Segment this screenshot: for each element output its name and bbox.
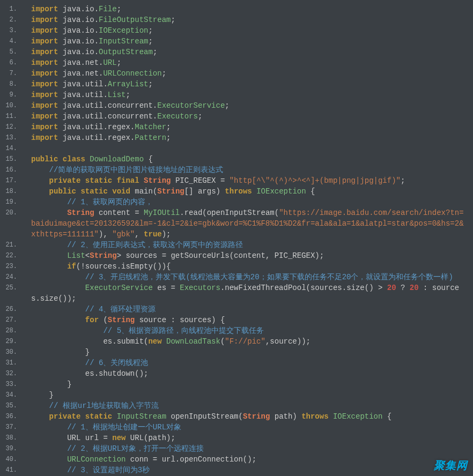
line-number: 31. bbox=[0, 358, 21, 368]
line-number: 3. bbox=[0, 25, 21, 36]
token-kw: void bbox=[112, 187, 130, 196]
line-number: 20. bbox=[0, 207, 21, 240]
code-line: } bbox=[31, 390, 467, 400]
token-pun: ; bbox=[148, 80, 152, 88]
token-kw: import bbox=[31, 112, 58, 121]
line-number: 24. bbox=[0, 272, 21, 282]
token-pln: openInputStream( bbox=[166, 412, 243, 421]
token-pln: ( bbox=[99, 316, 108, 324]
line-number: 21. bbox=[0, 240, 21, 250]
token-kw: public bbox=[49, 187, 76, 196]
token-pln: java.io. bbox=[58, 5, 99, 13]
token-pln bbox=[31, 251, 67, 260]
token-kw: static bbox=[80, 187, 107, 196]
token-kw: import bbox=[31, 101, 58, 110]
code-line: es.shutdown(); bbox=[31, 368, 467, 379]
token-pln bbox=[80, 176, 85, 185]
token-kw: if bbox=[67, 262, 76, 271]
line-number: 6. bbox=[0, 57, 21, 68]
token-pln bbox=[31, 198, 67, 206]
token-type: String bbox=[90, 251, 116, 260]
token-pln: content = bbox=[94, 209, 144, 217]
token-cmt: // 4、循环处理资源 bbox=[85, 305, 156, 314]
token-pln: ? bbox=[396, 284, 410, 292]
code-line: private static final String PIC_REGEX = … bbox=[31, 175, 467, 186]
line-number: 32. bbox=[0, 368, 21, 379]
token-cls: InputStream bbox=[117, 412, 166, 421]
code-area[interactable]: import java.io.File;import java.io.FileO… bbox=[21, 0, 473, 476]
token-pln: ); bbox=[162, 230, 171, 239]
token-pun: ; bbox=[148, 37, 152, 46]
token-pln: java.util. bbox=[58, 91, 107, 99]
token-cmt: // 2、根据URL对象，打开一个远程连接 bbox=[67, 444, 204, 453]
token-kw: for bbox=[85, 316, 99, 324]
code-line: } bbox=[31, 379, 467, 390]
token-pln bbox=[252, 187, 256, 196]
token-pun: ; bbox=[166, 123, 171, 131]
token-pln bbox=[31, 455, 67, 464]
token-cls: URLConnection bbox=[67, 455, 125, 464]
code-line: // 6、关闭线程池 bbox=[31, 358, 467, 368]
token-pln: path) bbox=[270, 412, 301, 421]
token-pln: < bbox=[85, 251, 90, 260]
line-number: 38. bbox=[0, 433, 21, 443]
code-line: // 3、设置超时间为3秒 bbox=[31, 465, 467, 475]
line-number: 18. bbox=[0, 186, 21, 197]
token-pln: java.net. bbox=[58, 69, 103, 78]
line-number: 41. bbox=[0, 465, 21, 475]
line-number: 2. bbox=[0, 14, 21, 25]
line-number: 19. bbox=[0, 197, 21, 207]
token-kw: import bbox=[31, 123, 58, 131]
token-cmt: // 1、获取网页的内容， bbox=[67, 198, 153, 206]
code-line bbox=[31, 143, 467, 154]
token-pun: ; bbox=[401, 176, 405, 185]
token-cls: IOException bbox=[333, 412, 382, 421]
token-pln: { bbox=[144, 155, 153, 163]
line-number: 17. bbox=[0, 175, 21, 186]
line-number: 8. bbox=[0, 79, 21, 90]
line-number: 23. bbox=[0, 261, 21, 272]
code-line: // 1、根据地址创建一个URL对象 bbox=[31, 422, 467, 433]
token-kw: import bbox=[31, 37, 58, 46]
token-pln: java.io. bbox=[58, 26, 99, 35]
token-kw: new bbox=[112, 434, 125, 442]
token-pln: { bbox=[382, 412, 391, 421]
line-number: 34. bbox=[0, 390, 21, 400]
token-pun: ; bbox=[225, 101, 229, 110]
token-pln: .newFixedThreadPool(sources.size() > bbox=[220, 284, 387, 292]
token-pln bbox=[58, 155, 62, 163]
token-pln: es.shutdown(); bbox=[31, 369, 148, 378]
token-pln: (!sources.isEmpty()){ bbox=[76, 262, 171, 271]
token-kw: class bbox=[63, 155, 85, 163]
token-pln bbox=[31, 444, 67, 453]
token-cmt: //简单的获取网页中图片图片链接地址的正则表达式 bbox=[49, 166, 224, 174]
token-cls: DownloadDemo bbox=[90, 155, 144, 163]
token-pln bbox=[31, 176, 49, 185]
token-pln bbox=[80, 412, 85, 421]
line-number: 13. bbox=[0, 132, 21, 143]
token-pln: [] args) bbox=[184, 187, 225, 196]
code-line: import java.net.URL; bbox=[31, 57, 467, 68]
code-line: import java.net.URLConnection; bbox=[31, 68, 467, 79]
token-pun: ; bbox=[162, 69, 166, 78]
line-number: 11. bbox=[0, 111, 21, 122]
code-line: List<String> sources = getSourceUrls(con… bbox=[31, 250, 467, 261]
code-line: import java.util.List; bbox=[31, 90, 467, 100]
line-number-gutter: 1.2.3.4.5.6.7.8.9.10.11.12.13.14.15.16.1… bbox=[0, 0, 22, 476]
token-pun: ; bbox=[125, 91, 130, 99]
token-pln bbox=[31, 412, 49, 421]
line-number: 5. bbox=[0, 47, 21, 57]
token-kw: import bbox=[31, 58, 58, 67]
line-number: 15. bbox=[0, 154, 21, 165]
token-pln bbox=[139, 176, 144, 185]
token-cmt: // 2、使用正则表达式，获取这个网页中的资源路径 bbox=[67, 241, 243, 249]
token-num: 20 bbox=[387, 284, 396, 292]
token-pln: java.io. bbox=[58, 48, 99, 56]
token-cmt: // 根据url地址获取输入字节流 bbox=[49, 401, 159, 410]
token-pln: java.util. bbox=[58, 80, 107, 88]
code-line: ExecutorService es = Executors.newFixedT… bbox=[31, 282, 467, 304]
code-line: import java.io.IOException; bbox=[31, 25, 467, 36]
code-line: // 2、使用正则表达式，获取这个网页中的资源路径 bbox=[31, 240, 467, 250]
code-line: public static void main(String[] args) t… bbox=[31, 186, 467, 197]
token-cmt: // 3、开启线程池，并发下载(线程池最大容量为20；如果要下载的任务不足20个… bbox=[85, 273, 453, 281]
